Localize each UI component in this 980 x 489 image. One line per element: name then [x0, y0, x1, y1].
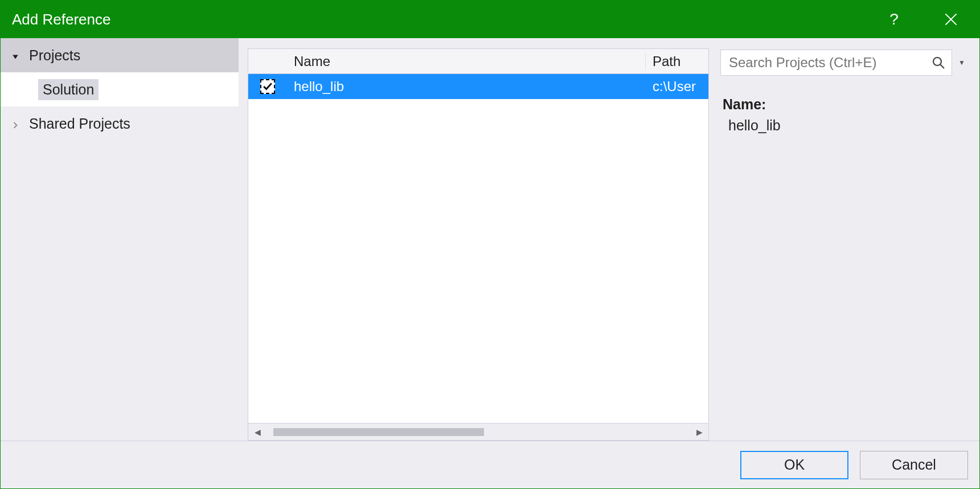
detail-name-label: Name:	[723, 96, 968, 113]
sidebar-item-label: Shared Projects	[29, 116, 130, 132]
ok-button[interactable]: OK	[740, 451, 848, 479]
search-input[interactable]	[721, 55, 925, 71]
horizontal-scrollbar[interactable]: ◀ ▶	[248, 423, 708, 440]
row-checkbox-cell[interactable]	[248, 79, 287, 94]
sidebar-item-label: Solution	[38, 79, 99, 100]
checkbox[interactable]	[260, 79, 275, 94]
window-title: Add Reference	[12, 11, 110, 28]
content: Projects Solution Shared Projects Name P…	[1, 38, 979, 441]
checkmark-icon	[263, 81, 273, 92]
sidebar-item-shared-projects[interactable]: Shared Projects	[1, 106, 239, 141]
sidebar-item-label: Projects	[29, 47, 80, 64]
search-box[interactable]	[720, 50, 952, 76]
list-body: hello_lib c:\User	[248, 74, 708, 423]
cancel-button[interactable]: Cancel	[860, 451, 968, 479]
projects-list: Name Path hello_lib c:\User	[248, 48, 709, 441]
titlebar-controls: ?	[866, 1, 979, 38]
search-dropdown-icon[interactable]: ▼	[956, 59, 968, 67]
column-name[interactable]: Name	[287, 54, 646, 69]
main: Name Path hello_lib c:\User	[239, 38, 979, 441]
svg-point-0	[933, 57, 941, 65]
list-row[interactable]: hello_lib c:\User	[248, 74, 708, 99]
scroll-thumb[interactable]	[273, 428, 484, 436]
right-panel: ▼ Name: hello_lib	[709, 48, 979, 441]
scroll-track[interactable]	[263, 428, 694, 436]
details-panel: Name: hello_lib	[720, 96, 968, 134]
sidebar-item-projects[interactable]: Projects	[1, 38, 239, 72]
sidebar-item-solution[interactable]: Solution	[1, 72, 239, 106]
list-header: Name Path	[248, 49, 708, 74]
footer: OK Cancel	[1, 441, 979, 488]
titlebar: Add Reference ?	[1, 1, 979, 38]
column-path[interactable]: Path	[646, 54, 708, 69]
scroll-left-arrow-icon[interactable]: ◀	[252, 428, 263, 437]
chevron-right-icon	[12, 116, 21, 132]
close-icon	[945, 13, 957, 26]
search-icon[interactable]	[925, 56, 952, 69]
row-name: hello_lib	[287, 79, 646, 94]
scroll-right-arrow-icon[interactable]: ▶	[694, 428, 705, 437]
search-row: ▼	[720, 48, 968, 77]
close-button[interactable]	[922, 1, 979, 38]
detail-name-value: hello_lib	[723, 117, 968, 134]
row-path: c:\User	[646, 79, 708, 94]
help-button[interactable]: ?	[866, 1, 922, 38]
chevron-down-icon	[12, 47, 21, 64]
sidebar: Projects Solution Shared Projects	[1, 38, 239, 441]
